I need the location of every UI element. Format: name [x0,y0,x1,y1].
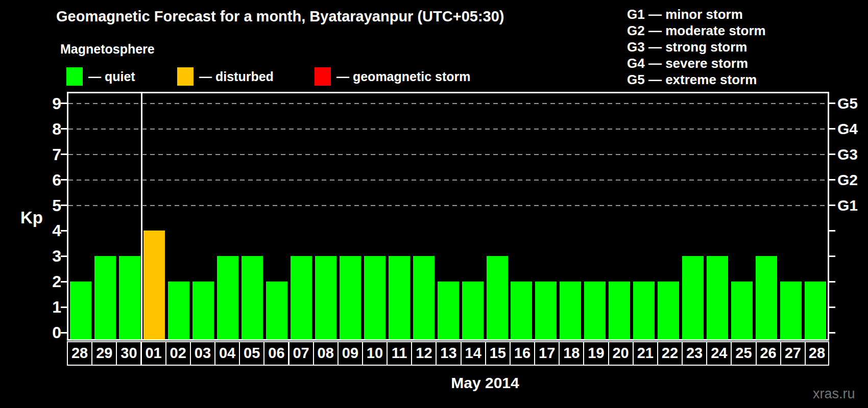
date-box-8: 06 [263,341,289,366]
kp-tick-left [61,179,67,181]
kp-bar-09 [340,256,361,339]
kp-tick-label-3: 3 [0,246,61,266]
month-axis-title: May 2014 [414,374,557,392]
date-box-1: 29 [91,341,117,366]
kp-tick-right [829,128,835,130]
kp-tick-right [829,332,835,334]
date-box-26: 24 [706,341,732,366]
kp-bar-30 [119,256,140,339]
date-axis-row: 2829300102030405060708091011121314151617… [67,341,829,366]
date-box-9: 07 [288,341,314,366]
date-box-28: 26 [756,341,781,366]
g-tick-label-g5: G5 [837,95,858,112]
kp-tick-label-7: 7 [0,145,61,164]
kp-bar-22 [658,282,679,339]
watermark: xras.ru [813,386,855,402]
quiet-color-swatch [66,67,83,86]
kp-bar-19 [584,282,606,339]
date-box-20: 18 [559,341,584,366]
kp-bar-27 [780,282,802,339]
date-box-15: 13 [436,341,461,366]
date-box-22: 20 [608,341,634,366]
date-box-10: 08 [313,341,339,366]
kp-bar-02 [168,282,189,339]
kp-bar-20 [609,282,630,339]
g2-legend-entry: G2 — moderate storm [627,22,766,39]
kp-tick-label-1: 1 [0,297,61,317]
gridline [68,205,828,206]
kp-tick-right [829,281,835,283]
date-box-6: 04 [214,341,240,366]
kp-tick-left [61,205,67,206]
gridline [68,180,828,181]
date-box-7: 05 [239,341,264,366]
kp-bar-03 [192,282,214,339]
g3-legend-entry: G3 — strong storm [627,39,766,55]
kp-bar-21 [633,282,655,339]
kp-bar-12 [413,256,435,339]
gridline [68,154,828,155]
g5-legend-entry: G5 — extreme storm [627,71,766,88]
g1-legend-entry: G1 — minor storm [627,6,766,22]
kp-bar-28 [70,282,91,339]
date-box-2: 30 [116,341,141,366]
kp-bar-17 [535,282,557,339]
kp-tick-left [61,256,67,257]
date-box-11: 09 [337,341,363,366]
date-box-27: 25 [731,341,756,366]
kp-tick-label-5: 5 [0,196,61,215]
kp-tick-right [829,230,835,232]
kp-tick-right [829,205,835,206]
kp-tick-left [61,332,67,334]
date-box-19: 17 [534,341,560,366]
kp-bar-04 [217,256,238,339]
kp-bar-18 [560,282,581,339]
kp-tick-label-4: 4 [0,221,61,240]
date-box-17: 15 [485,341,511,366]
storm-color-swatch [315,67,331,86]
kp-bar-11 [389,256,410,339]
g-tick-label-g3: G3 [837,146,858,163]
kp-tick-right [829,256,835,257]
magnetosphere-legend-title: Magnetosphere [60,42,155,57]
date-box-21: 19 [583,341,609,366]
kp-bar-13 [438,282,459,339]
date-box-13: 11 [387,341,412,366]
kp-bar-24 [707,256,728,339]
kp-tick-left [61,128,67,130]
kp-tick-label-9: 9 [0,94,61,113]
storm-scale-legend: G1 — minor storm G2 — moderate storm G3 … [627,6,766,88]
storm-legend-label: — geomagnetic storm [336,69,471,84]
date-box-18: 16 [510,341,535,366]
date-box-23: 21 [633,341,658,366]
kp-bar-01 [143,231,165,339]
date-box-4: 02 [165,341,191,366]
disturbed-color-swatch [177,67,194,86]
kp-bar-06 [266,282,287,339]
date-box-5: 03 [190,341,215,366]
kp-bar-28 [805,282,826,339]
g-tick-label-g1: G1 [837,197,858,214]
kp-bar-10 [364,256,385,339]
date-box-30: 28 [805,341,829,366]
kp-tick-left [61,230,67,232]
disturbed-legend-label: — disturbed [199,69,274,84]
g4-legend-entry: G4 — severe storm [627,55,766,71]
kp-bar-23 [682,256,704,339]
gridline [68,103,828,104]
kp-tick-left [61,281,67,283]
kp-tick-right [829,307,835,308]
kp-bar-08 [315,256,336,339]
plot-area [67,92,829,341]
kp-bar-15 [487,256,508,339]
legend-item-disturbed: — disturbed [177,67,274,86]
kp-tick-left [61,103,67,104]
kp-tick-label-2: 2 [0,272,61,291]
kp-tick-left [61,307,67,308]
quiet-legend-label: — quiet [88,69,135,84]
kp-tick-left [61,154,67,155]
legend-item-quiet: — quiet [66,67,135,86]
g-tick-label-g2: G2 [837,172,858,188]
page-title: Geomagnetic Forecast for a month, Byatar… [56,8,504,25]
date-box-0: 28 [67,341,92,366]
